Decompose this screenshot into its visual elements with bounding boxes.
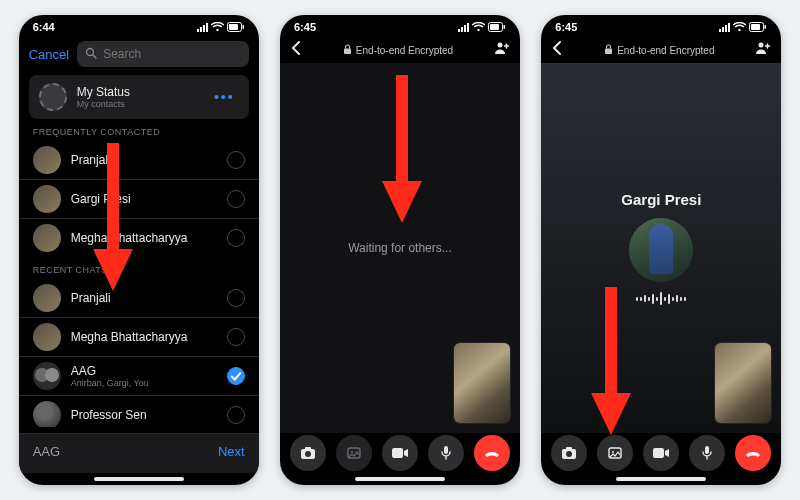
hangup-icon <box>483 448 501 458</box>
add-participant-icon[interactable] <box>494 41 510 59</box>
self-video-pip[interactable] <box>454 343 510 423</box>
hangup-icon <box>744 448 762 458</box>
contact-row[interactable]: AAG Anirban, Gargi, You <box>19 356 259 395</box>
avatar <box>33 224 61 252</box>
next-button[interactable]: Next <box>218 444 245 459</box>
search-input[interactable] <box>103 47 241 61</box>
contact-row[interactable]: Pranjali <box>19 279 259 317</box>
wifi-icon <box>472 22 485 32</box>
svg-rect-31 <box>653 448 664 458</box>
mic-icon <box>701 445 713 461</box>
status-bar: 6:44 <box>19 15 259 37</box>
svg-line-4 <box>93 55 96 58</box>
svg-rect-1 <box>229 24 238 30</box>
call-canvas: Gargi Presi <box>541 63 781 433</box>
video-toggle-button[interactable] <box>643 435 679 471</box>
mic-toggle-button[interactable] <box>689 435 725 471</box>
participant-name: Gargi Presi <box>621 191 701 208</box>
my-status-title: My Status <box>77 85 204 99</box>
contact-row[interactable]: Megha Bhattacharyya <box>19 317 259 356</box>
home-indicator[interactable] <box>355 477 445 481</box>
effects-button[interactable] <box>597 435 633 471</box>
participant-tile: Gargi Presi <box>621 191 701 306</box>
select-circle[interactable] <box>227 190 245 208</box>
cellular-icon <box>719 23 730 32</box>
call-header: End-to-end Encrypted <box>280 37 520 63</box>
encryption-label: End-to-end Encrypted <box>343 44 453 57</box>
camera-button[interactable] <box>551 435 587 471</box>
contact-list[interactable]: My Status My contacts ••• FREQUENTLY CON… <box>19 75 259 427</box>
avatar <box>33 146 61 174</box>
effects-icon <box>346 446 362 460</box>
my-status-row[interactable]: My Status My contacts ••• <box>29 75 249 119</box>
select-circle[interactable] <box>227 406 245 424</box>
self-video-pip[interactable] <box>715 343 771 423</box>
more-icon[interactable]: ••• <box>214 89 235 105</box>
selected-label: AAG <box>33 444 60 459</box>
waiting-text: Waiting for others... <box>348 241 452 255</box>
video-toggle-button[interactable] <box>382 435 418 471</box>
select-circle[interactable] <box>227 151 245 169</box>
cellular-icon <box>197 23 208 32</box>
svg-point-25 <box>759 43 764 48</box>
svg-rect-24 <box>605 48 612 54</box>
camera-button[interactable] <box>290 435 326 471</box>
svg-rect-32 <box>705 446 709 454</box>
status-indicators <box>458 22 506 32</box>
contact-name: Gargi Presi <box>71 192 217 206</box>
select-circle[interactable] <box>227 328 245 346</box>
hangup-button[interactable] <box>474 435 510 471</box>
call-controls <box>280 435 520 471</box>
svg-point-30 <box>612 451 614 453</box>
svg-rect-13 <box>305 447 311 450</box>
svg-point-3 <box>87 49 94 56</box>
select-circle-checked[interactable] <box>227 367 245 385</box>
audio-waveform-icon <box>636 292 686 306</box>
status-time: 6:45 <box>555 21 577 33</box>
status-indicators <box>197 22 245 32</box>
svg-rect-2 <box>242 25 244 29</box>
contact-row[interactable]: Gargi Presi <box>19 179 259 218</box>
status-bar: 6:45 <box>280 15 520 37</box>
contact-row[interactable]: Pranjali <box>19 141 259 179</box>
home-indicator[interactable] <box>616 477 706 481</box>
select-circle[interactable] <box>227 229 245 247</box>
status-avatar-icon <box>39 83 67 111</box>
contact-name: Professor Sen <box>71 408 217 422</box>
search-icon <box>85 45 97 63</box>
home-indicator[interactable] <box>94 477 184 481</box>
battery-icon <box>488 22 506 32</box>
contact-name: Pranjali <box>71 291 217 305</box>
svg-point-14 <box>305 451 311 457</box>
encryption-text: End-to-end Encrypted <box>617 45 714 56</box>
svg-rect-8 <box>490 24 499 30</box>
contact-row[interactable]: Megha Bhattacharyya <box>19 218 259 257</box>
contact-name: Megha Bhattacharyya <box>71 231 217 245</box>
contact-row[interactable]: Professor Sen <box>19 395 259 427</box>
mic-icon <box>440 445 452 461</box>
add-participant-icon[interactable] <box>755 41 771 59</box>
call-controls <box>541 435 781 471</box>
svg-point-11 <box>497 43 502 48</box>
group-avatar-icon <box>33 362 61 390</box>
participant-avatar <box>629 218 693 282</box>
status-indicators <box>719 22 767 32</box>
effects-button[interactable] <box>336 435 372 471</box>
avatar <box>33 401 61 427</box>
call-canvas: Waiting for others... <box>280 63 520 433</box>
svg-rect-23 <box>765 25 767 29</box>
avatar <box>33 284 61 312</box>
section-header-frequent: FREQUENTLY CONTACTED <box>19 119 259 141</box>
select-circle[interactable] <box>227 289 245 307</box>
back-icon[interactable] <box>551 40 563 60</box>
picker-footer: AAG Next <box>19 433 259 473</box>
hangup-button[interactable] <box>735 435 771 471</box>
mic-toggle-button[interactable] <box>428 435 464 471</box>
cancel-button[interactable]: Cancel <box>29 47 69 62</box>
back-icon[interactable] <box>290 40 302 60</box>
wifi-icon <box>733 22 746 32</box>
search-field[interactable] <box>77 41 249 67</box>
picker-header: Cancel <box>19 37 259 75</box>
camera-icon <box>561 446 577 460</box>
svg-rect-9 <box>503 25 505 29</box>
